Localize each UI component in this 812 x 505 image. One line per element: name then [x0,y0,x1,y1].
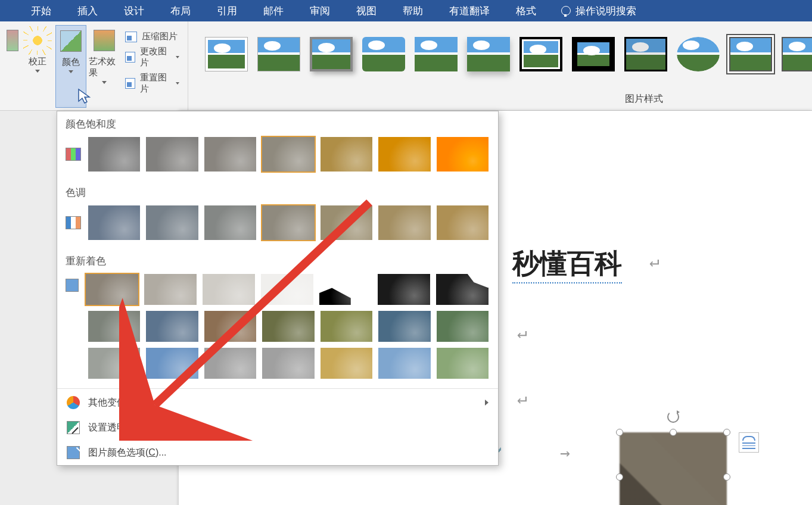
resize-handle[interactable] [670,429,677,436]
tab-help[interactable]: 帮助 [390,0,436,21]
recolor-swatch[interactable] [260,273,315,306]
change-picture-button[interactable]: 更改图片 [125,46,179,68]
resize-handle[interactable] [723,473,730,481]
tone-swatch[interactable] [145,204,199,241]
style-thumb-3[interactable] [310,37,353,71]
recolor-swatch[interactable] [435,273,490,306]
tab-design[interactable]: 设计 [111,0,157,21]
saturation-swatch[interactable] [203,136,257,173]
style-thumb-6[interactable] [467,37,510,71]
tab-insert[interactable]: 插入 [64,0,111,21]
recolor-swatch[interactable] [435,347,490,380]
tell-me-text: 操作说明搜索 [575,4,636,18]
transparent-color-icon [67,421,80,434]
rotate-handle-icon[interactable] [667,411,679,423]
saturation-swatch[interactable] [377,136,431,173]
tone-icon [66,216,81,229]
saturation-swatch[interactable] [435,136,490,173]
recolor-swatch[interactable] [87,310,141,343]
style-thumb-8[interactable] [572,37,615,71]
picture-styles-label: 图片样式 [625,93,663,105]
tab-mailings[interactable]: 邮件 [250,0,297,21]
recolor-swatch[interactable] [201,273,256,306]
recolor-swatch[interactable] [435,310,490,343]
style-thumb-7[interactable] [519,37,562,71]
recolor-swatch[interactable] [318,273,373,306]
style-thumb-5[interactable] [415,37,458,71]
reset-picture-button[interactable]: 重置图片 [125,72,179,95]
tell-me-search[interactable]: 操作说明搜索 [549,4,636,18]
tone-swatch[interactable] [87,204,141,241]
recolor-swatch[interactable] [203,347,257,380]
saturation-icon [66,148,81,161]
saturation-swatch[interactable] [87,136,141,173]
style-thumb-4[interactable] [362,37,405,71]
recolor-swatch[interactable] [145,310,199,343]
more-variants-menu-item[interactable]: 其他变体(M) [57,390,498,415]
corrections-button[interactable]: 校正 [23,25,53,108]
tone-swatch[interactable] [435,204,490,241]
picture-color-options-menu-item[interactable]: 图片颜色选项(C)... [57,440,498,465]
style-thumb-10[interactable] [677,37,720,71]
tone-swatch[interactable] [377,204,431,241]
recolor-swatch[interactable] [377,310,431,343]
recolor-row-2 [57,310,498,347]
recolor-swatch[interactable] [319,347,374,380]
tab-layout[interactable]: 布局 [157,0,204,21]
recolor-swatch[interactable] [145,347,199,380]
paragraph-mark-icon: ↵ [517,323,527,342]
color-palette-icon [60,30,82,52]
color-button[interactable]: 颜色 [55,25,86,108]
style-thumb-11[interactable] [729,37,772,71]
adjust-group: 校正 颜色 艺术效果 压缩图片 更改图片 [0,21,188,110]
recolor-swatch[interactable] [377,273,431,306]
tone-swatch[interactable] [203,204,257,241]
recolor-swatch[interactable] [87,347,141,380]
tab-view[interactable]: 视图 [343,0,390,21]
recolor-swatch[interactable] [261,310,315,343]
color-dropdown-panel: 颜色饱和度 色调 重新着色 [57,111,499,466]
tone-swatch[interactable] [319,204,374,241]
paragraph-mark-icon: ↵ [517,388,527,408]
compress-picture-button[interactable]: 压缩图片 [125,31,179,42]
saturation-swatch[interactable] [319,136,374,173]
recolor-swatch[interactable] [85,273,139,306]
tab-home[interactable]: 开始 [18,0,64,21]
tone-row [57,204,498,248]
selected-image[interactable] [620,432,727,505]
tab-arrow-icon: → [560,443,570,463]
remove-bg-button[interactable] [5,25,20,108]
style-thumb-12[interactable] [782,37,812,71]
saturation-row [57,136,498,180]
layout-options-button[interactable] [739,432,759,453]
resize-handle[interactable] [616,473,623,481]
style-thumb-9[interactable] [624,37,667,71]
chevron-right-icon [485,400,489,406]
style-thumb-2[interactable] [257,37,300,71]
artistic-effects-button[interactable]: 艺术效果 [89,25,119,108]
set-transparent-color-menu-item[interactable]: 设置透明色(S) [57,415,498,440]
tab-references[interactable]: 引用 [204,0,250,21]
saturation-swatch[interactable] [145,136,199,173]
ribbon-content: 校正 颜色 艺术效果 压缩图片 更改图片 [0,21,812,111]
ribbon-tabs: 开始 插入 设计 布局 引用 邮件 审阅 视图 帮助 有道翻译 格式 操作说明搜… [0,0,812,21]
tab-review[interactable]: 审阅 [297,0,343,21]
tab-youdao-translate[interactable]: 有道翻译 [436,0,503,21]
chevron-down-icon [176,82,179,85]
recolor-swatch[interactable] [319,310,374,343]
tab-format[interactable]: 格式 [503,0,549,21]
recolor-swatch[interactable] [143,273,198,306]
recolor-swatch[interactable] [261,347,315,380]
resize-handle[interactable] [616,429,623,436]
tone-swatch[interactable] [261,204,315,241]
recolor-row-3 [57,347,498,387]
recolor-swatch[interactable] [203,310,257,343]
compress-icon [125,32,137,42]
chevron-down-icon [102,81,107,84]
section-saturation-label: 颜色饱和度 [57,111,498,136]
saturation-swatch[interactable] [261,136,315,173]
style-thumb-1[interactable] [205,37,248,71]
resize-handle[interactable] [723,429,730,436]
recolor-swatch[interactable] [377,347,431,380]
chevron-down-icon [35,70,40,73]
